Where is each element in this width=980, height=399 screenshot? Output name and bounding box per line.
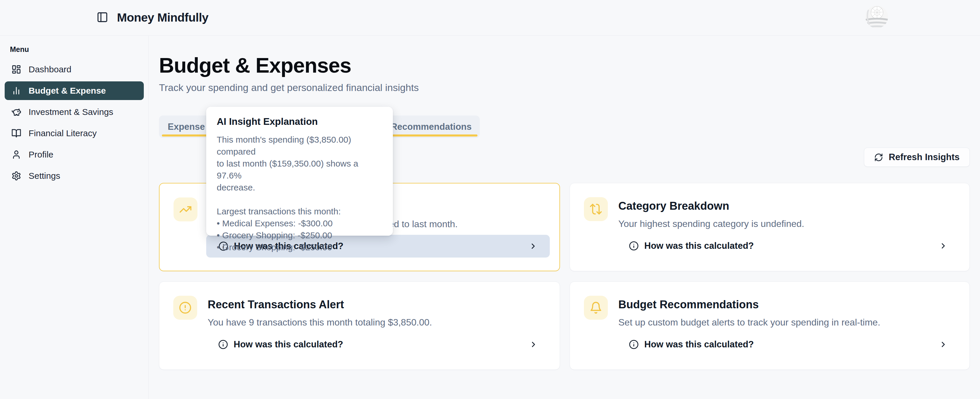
how-was-this-calculated-label: How was this calculated?: [234, 339, 343, 350]
app-root: Money Mindfully Menu: [0, 0, 980, 399]
sidebar-item-settings[interactable]: Settings: [5, 167, 144, 185]
sidebar-item-label: Investment & Savings: [29, 107, 113, 117]
sidebar-item-label: Settings: [29, 171, 60, 181]
page-title: Budget & Expenses: [159, 54, 351, 77]
trending-up-icon: [173, 197, 197, 221]
sidebar: Menu Dashboard Budget & Expense Investme…: [0, 36, 149, 399]
card-budget-recommendations: Budget Recommendations Set up custom bud…: [570, 281, 970, 370]
app-header: Money Mindfully: [0, 0, 980, 36]
card-title: Category Breakdown: [618, 200, 729, 212]
sidebar-section-label: Menu: [10, 45, 144, 54]
how-was-this-calculated-label: How was this calculated?: [644, 339, 754, 350]
user-avatar[interactable]: [865, 6, 888, 28]
chevron-right-icon: [939, 340, 948, 349]
avatar-image: [865, 6, 888, 28]
chevron-right-icon: [529, 340, 538, 349]
refresh-insights-label: Refresh Insights: [889, 152, 959, 162]
panel-left-icon: [97, 11, 108, 24]
tooltip-title: AI Insight Explanation: [217, 116, 382, 127]
app-title: Money Mindfully: [117, 11, 208, 24]
sidebar-item-label: Dashboard: [29, 64, 72, 75]
chevron-right-icon: [939, 242, 948, 250]
user-icon: [11, 149, 22, 160]
how-was-this-calculated-button[interactable]: How was this calculated?: [617, 333, 960, 356]
info-icon: [629, 241, 639, 251]
bell-icon: [584, 296, 608, 320]
chevron-right-icon: [529, 242, 538, 251]
bar-chart-icon: [11, 86, 22, 96]
dashboard-icon: [11, 64, 22, 75]
gear-icon: [11, 171, 22, 181]
card-title: Recent Transactions Alert: [208, 298, 344, 311]
repeat-icon: [584, 197, 608, 221]
sidebar-item-label: Financial Literacy: [29, 128, 97, 138]
card-subtitle: You have 9 transactions this month total…: [208, 317, 432, 328]
sidebar-item-investment-savings[interactable]: Investment & Savings: [5, 103, 144, 121]
refresh-icon: [874, 153, 883, 162]
card-subtitle: Set up custom budget alerts to track you…: [618, 317, 880, 328]
refresh-insights-button[interactable]: Refresh Insights: [864, 148, 970, 167]
card-subtitle: Your highest spending category is undefi…: [618, 218, 804, 229]
card-title: Budget Recommendations: [618, 298, 759, 311]
sidebar-item-dashboard[interactable]: Dashboard: [5, 60, 144, 79]
sidebar-item-budget-expense[interactable]: Budget & Expense: [5, 81, 144, 100]
book-open-icon: [11, 128, 22, 138]
sidebar-item-profile[interactable]: Profile: [5, 145, 144, 164]
card-recent-transactions-alert: Recent Transactions Alert You have 9 tra…: [159, 281, 560, 370]
sidebar-item-financial-literacy[interactable]: Financial Literacy: [5, 124, 144, 143]
info-icon: [629, 340, 639, 350]
info-icon: [218, 340, 228, 350]
how-was-this-calculated-button[interactable]: How was this calculated?: [617, 235, 960, 257]
alert-circle-icon: [173, 296, 197, 320]
sidebar-item-label: Profile: [29, 149, 53, 159]
card-category-breakdown: Category Breakdown Your highest spending…: [570, 183, 970, 271]
page-subtitle: Track your spending and get personalized…: [159, 82, 419, 93]
how-was-this-calculated-button[interactable]: How was this calculated?: [206, 333, 550, 356]
sidebar-item-label: Budget & Expense: [29, 86, 106, 96]
how-was-this-calculated-label: How was this calculated?: [644, 241, 754, 251]
piggy-bank-icon: [11, 107, 22, 117]
sidebar-toggle-button[interactable]: [95, 10, 110, 25]
tooltip-body: This month's spending ($3,850.00) compar…: [217, 134, 382, 253]
ai-insight-tooltip: AI Insight Explanation This month's spen…: [206, 107, 393, 236]
